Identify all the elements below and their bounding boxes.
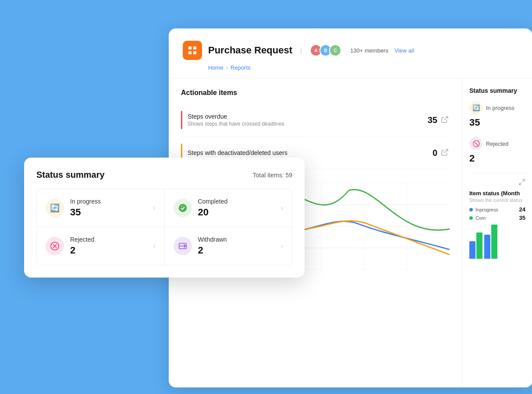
status-cell-completed[interactable]: Completed 20 › bbox=[165, 189, 292, 227]
status-cell-icon-withdrawn bbox=[174, 237, 192, 255]
bar-group-1 bbox=[469, 232, 482, 259]
deactivated-label: Steps with deactivated/deleted users bbox=[188, 149, 427, 156]
status-cell-icon-rejected bbox=[46, 237, 64, 255]
status-cell-count-withdrawn: 2 bbox=[198, 245, 275, 256]
legend-dot-inprogress bbox=[469, 208, 473, 211]
inprogress-count: 35 bbox=[469, 117, 525, 128]
status-cell-icon-completed bbox=[174, 199, 192, 217]
view-all-link[interactable]: View all bbox=[394, 47, 414, 54]
status-cell-count-rejected: 2 bbox=[70, 245, 147, 256]
status-cell-rejected[interactable]: Rejected 2 › bbox=[37, 227, 164, 265]
svg-point-18 bbox=[178, 204, 186, 212]
svg-line-17 bbox=[519, 183, 521, 185]
chevron-right-withdrawn: › bbox=[281, 242, 283, 250]
status-cell-text-withdrawn: Withdrawn 2 bbox=[198, 236, 275, 256]
export-icon-deactivated[interactable] bbox=[441, 148, 450, 157]
svg-rect-0 bbox=[188, 46, 192, 49]
chevron-right-completed: › bbox=[281, 204, 283, 212]
status-cell-label-rejected: Rejected bbox=[70, 236, 147, 243]
status-grid: 🔄 In progress 35 › Completed 20 › bbox=[36, 189, 292, 265]
sidebar-status-inprogress: 🔄 In progress 35 bbox=[469, 101, 525, 128]
svg-rect-1 bbox=[193, 46, 196, 49]
floating-status-card: Status summary Total items: 59 🔄 In prog… bbox=[24, 158, 305, 278]
legend-label-completed: Com bbox=[475, 215, 486, 221]
total-items-label: Total items: 59 bbox=[253, 172, 292, 179]
member-avatars: A B C bbox=[310, 44, 341, 56]
sidebar-divider bbox=[469, 173, 525, 173]
status-cell-inprogress[interactable]: 🔄 In progress 35 › bbox=[37, 189, 164, 227]
legend-completed: Com 35 bbox=[469, 215, 525, 221]
panel-sidebar: Status summary 🔄 In progress 35 🚫 Reject… bbox=[462, 78, 532, 387]
overdue-count-block: 35 bbox=[428, 115, 450, 125]
breadcrumb-home[interactable]: Home bbox=[208, 64, 223, 71]
project-title: Purchase Request bbox=[208, 45, 292, 56]
status-cell-icon-inprogress: 🔄 bbox=[46, 199, 64, 217]
breadcrumb-separator: › bbox=[226, 64, 228, 71]
bar-inprogress-1 bbox=[469, 241, 475, 259]
status-cell-label-inprogress: In progress bbox=[70, 198, 147, 205]
legend-value-completed: 35 bbox=[519, 215, 525, 221]
item-status-title: Item status (Month bbox=[469, 190, 525, 197]
chevron-right-rejected: › bbox=[153, 242, 155, 250]
sidebar-status-rejected: 🚫 Rejected 2 bbox=[469, 137, 525, 164]
deactivated-count: 0 bbox=[433, 148, 437, 158]
status-cell-label-completed: Completed bbox=[198, 198, 275, 205]
inprogress-icon: 🔄 bbox=[469, 101, 482, 114]
overdue-label: Steps overdue bbox=[188, 113, 422, 120]
expand-icon[interactable] bbox=[469, 179, 525, 186]
panel-header: Purchase Request | A B C 130+ members Vi… bbox=[169, 28, 532, 78]
breadcrumb-current: Reports bbox=[231, 64, 251, 71]
status-cell-count-inprogress: 35 bbox=[70, 207, 147, 218]
svg-rect-2 bbox=[188, 51, 192, 54]
status-cell-label-withdrawn: Withdrawn bbox=[198, 236, 275, 243]
rejected-label: Rejected bbox=[486, 141, 508, 147]
floating-card-title: Status summary bbox=[36, 170, 105, 180]
status-cell-count-completed: 20 bbox=[198, 207, 275, 218]
overdue-count: 35 bbox=[428, 115, 437, 125]
deactivated-count-block: 0 bbox=[433, 148, 450, 158]
actionable-items-title: Actionable items bbox=[181, 89, 450, 97]
bar-group-2 bbox=[484, 225, 497, 259]
bar-completed-1 bbox=[476, 232, 482, 259]
actionable-item-overdue: Steps overdue Shows steps that have cros… bbox=[181, 104, 450, 137]
overdue-desc: Shows steps that have crossed deadlines bbox=[188, 121, 422, 127]
svg-rect-3 bbox=[193, 51, 196, 54]
overdue-text-block: Steps overdue Shows steps that have cros… bbox=[188, 113, 422, 127]
svg-line-5 bbox=[444, 149, 448, 153]
status-cell-text-rejected: Rejected 2 bbox=[70, 236, 147, 256]
item-status-sub: Shows the current status bbox=[469, 197, 525, 203]
legend-dot-completed bbox=[469, 216, 473, 220]
inprogress-label: In progress bbox=[486, 105, 514, 111]
grid-icon bbox=[187, 45, 198, 56]
members-count: 130+ members bbox=[350, 47, 388, 54]
floating-card-header: Status summary Total items: 59 bbox=[36, 170, 292, 180]
rejected-icon: 🚫 bbox=[469, 137, 482, 150]
export-icon-overdue[interactable] bbox=[441, 116, 450, 124]
avatar-3: C bbox=[329, 44, 341, 56]
sidebar-status-title: Status summary bbox=[469, 87, 525, 94]
breadcrumb: Home › Reports bbox=[183, 64, 518, 71]
legend-value-inprogress: 24 bbox=[519, 206, 525, 213]
overdue-bar bbox=[181, 111, 182, 129]
svg-line-4 bbox=[444, 116, 448, 120]
legend-label-inprogress: Inprogress bbox=[475, 207, 498, 212]
status-cell-text-completed: Completed 20 bbox=[198, 198, 275, 218]
chevron-right-inprogress: › bbox=[153, 204, 155, 212]
bar-inprogress-2 bbox=[484, 235, 490, 259]
bar-completed-2 bbox=[491, 225, 497, 259]
status-cell-text-inprogress: In progress 35 bbox=[70, 198, 147, 218]
mini-bar-chart bbox=[469, 224, 525, 259]
status-cell-withdrawn[interactable]: Withdrawn 2 › bbox=[165, 227, 292, 265]
rejected-count: 2 bbox=[469, 153, 525, 164]
legend-inprogress: Inprogress 24 bbox=[469, 206, 525, 213]
svg-line-16 bbox=[522, 179, 525, 182]
app-icon bbox=[183, 41, 202, 60]
deactivated-text-block: Steps with deactivated/deleted users bbox=[188, 149, 427, 156]
